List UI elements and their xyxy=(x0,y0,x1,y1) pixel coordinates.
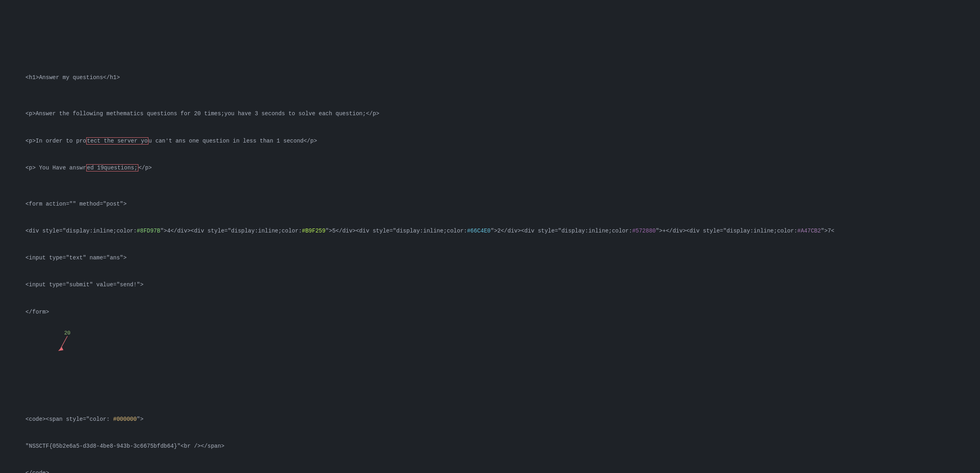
svg-line-0 xyxy=(60,336,67,349)
input-submit-line: <input type="submit" value="send!"> xyxy=(12,271,972,298)
empty-line-2 xyxy=(12,181,972,190)
empty-space-with-annotation: 20 xyxy=(12,325,972,406)
p3-line: <p> You Have answred 19questions;</p> xyxy=(12,155,972,181)
h1-line: <h1>Answer my questions</h1> xyxy=(12,64,972,91)
p1-line: <p>Answer the following methematics ques… xyxy=(12,100,972,127)
p2-highlight: tect the server yo xyxy=(86,137,148,145)
p2-line: <p>In order to protect the server you ca… xyxy=(12,127,972,155)
form-open-line: <form action="" method="post"> xyxy=(12,190,972,217)
annotation-arrow xyxy=(52,334,72,355)
empty-line-1 xyxy=(12,91,972,100)
code-close-line-1: </code> xyxy=(12,460,972,473)
terminal-output: <h1>Answer my questions</h1> <p>Answer t… xyxy=(8,8,972,473)
div-line: <div style="display:inline;color:#8FD97B… xyxy=(12,218,972,245)
form-close-line: </form> xyxy=(12,298,972,325)
svg-marker-1 xyxy=(58,347,63,351)
input-text-line: <input type="text" name="ans"> xyxy=(12,245,972,271)
p3-highlight: ed 19questions; xyxy=(86,164,138,171)
code-open-line: <code><span style="color: #000000"> xyxy=(12,406,972,432)
flag-value-line: "NSSCTF{05b2e6a5-d3d8-4be8-943b-3c6675bf… xyxy=(12,433,972,460)
